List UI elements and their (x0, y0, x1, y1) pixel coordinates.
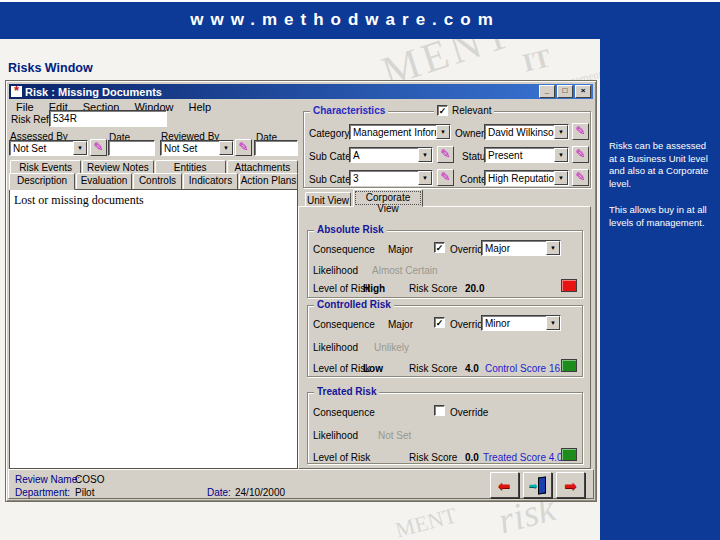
level-of-risk-label: Level of Risk (313, 452, 370, 463)
category-value: Management Information 8 (350, 125, 436, 139)
override-value: Major (482, 241, 546, 255)
treated-score-text: Treated Score 4.0 (483, 452, 563, 463)
title-bar[interactable]: * Risk : Missing Documents _ □ × (9, 84, 593, 99)
assessed-by-value: Not Set (10, 141, 73, 155)
tab-risk-events[interactable]: Risk Events (10, 160, 81, 174)
context-select[interactable]: High Reputational Ri ▼ (484, 170, 569, 186)
context-edit-button[interactable]: ✎ (572, 169, 589, 186)
minimize-button-icon[interactable]: _ (539, 85, 555, 98)
consequence-label: Consequence (313, 244, 375, 255)
relevant-label: Relevant (452, 105, 491, 116)
override-checkbox[interactable] (434, 405, 445, 416)
reviewed-by-select[interactable]: Not Set ▼ (160, 140, 234, 156)
close-button-icon[interactable]: × (575, 85, 591, 98)
maximize-button-icon[interactable]: □ (557, 85, 573, 98)
risk-ref-input[interactable]: 534R (49, 110, 167, 127)
sub-categ-2-edit-button[interactable]: ✎ (437, 169, 454, 186)
exit-button[interactable]: ➡ (523, 472, 552, 498)
override-checkbox[interactable]: ✓ (434, 242, 445, 253)
risk-score-label: Risk Score (409, 283, 457, 294)
owner-select[interactable]: David Wilkinson ▼ (484, 124, 569, 140)
app-icon: * (11, 86, 22, 97)
controlled-risk-title: Controlled Risk (314, 299, 394, 310)
check-icon: ✓ (436, 243, 444, 253)
sub-categ-1-select[interactable]: A ▼ (349, 147, 433, 163)
front-tab-row: Description Evaluation Controls Indicato… (9, 173, 298, 190)
relevant-checkbox[interactable]: ✓ (437, 105, 448, 116)
tab-review-notes[interactable]: Review Notes (82, 160, 153, 174)
treated-risk-group: Treated Risk Consequence Override Likeli… (307, 392, 583, 464)
assessed-by-select[interactable]: Not Set ▼ (9, 140, 88, 156)
previous-record-button[interactable]: ➡ (490, 472, 519, 498)
status-edit-button[interactable]: ✎ (572, 146, 589, 163)
reviewed-date-input[interactable] (254, 140, 298, 156)
description-textarea[interactable]: Lost or missing documents (9, 189, 298, 469)
level-of-risk-label: Level of Risk (313, 283, 370, 294)
reviewed-by-edit-button[interactable]: ✎ (235, 139, 252, 156)
tab-unit-view[interactable]: Unit View (305, 192, 351, 207)
pencil-icon: ✎ (575, 147, 585, 161)
assessed-date-input[interactable] (108, 140, 155, 156)
next-record-button[interactable]: ➡ (556, 472, 585, 498)
pencil-icon: ✎ (440, 147, 450, 161)
tab-controls[interactable]: Controls (133, 173, 182, 190)
override-value: Minor (482, 316, 546, 330)
override-select[interactable]: Minor ▼ (481, 315, 561, 331)
chevron-down-icon[interactable]: ▼ (554, 125, 568, 139)
tab-action-plans[interactable]: Action Plans (239, 173, 298, 190)
absolute-risk-title: Absolute Risk (314, 224, 387, 235)
risk-score-label: Risk Score (409, 452, 457, 463)
sub-categ-1-edit-button[interactable]: ✎ (437, 146, 454, 163)
menu-help[interactable]: Help (189, 101, 212, 113)
category-select[interactable]: Management Information 8 ▼ (349, 124, 451, 140)
override-label: Override (450, 407, 488, 418)
assessed-by-edit-button[interactable]: ✎ (90, 139, 107, 156)
check-icon: ✓ (436, 318, 444, 328)
chevron-down-icon[interactable]: ▼ (436, 125, 450, 139)
check-icon: ✓ (439, 106, 447, 116)
chevron-down-icon[interactable]: ▼ (546, 316, 560, 330)
back-tab-row: Risk Events Review Notes Entities Attach… (10, 160, 298, 174)
menu-file[interactable]: File (16, 101, 34, 113)
tab-indicators[interactable]: Indicators (183, 173, 238, 190)
status-bar: Review Name: COSO Department: Pilot Date… (8, 469, 594, 499)
sub-categ-2-select[interactable]: 3 ▼ (349, 170, 433, 186)
tab-description[interactable]: Description (9, 173, 75, 190)
department-label: Department: (15, 487, 70, 498)
tab-evaluation[interactable]: Evaluation (76, 173, 132, 190)
consequence-label: Consequence (313, 319, 375, 330)
chevron-down-icon[interactable]: ▼ (219, 141, 233, 155)
status-value: Present (485, 148, 554, 162)
likelihood-label: Likelihood (313, 430, 358, 441)
status-select[interactable]: Present ▼ (484, 147, 569, 163)
chevron-down-icon[interactable]: ▼ (546, 241, 560, 255)
side-note-para2: This allows buy in at all levels of mana… (609, 204, 713, 229)
tab-corporate-view[interactable]: Corporate View (353, 189, 423, 207)
arrow-left-icon: ➡ (498, 478, 511, 493)
likelihood-value: Almost Certain (372, 265, 438, 276)
chevron-down-icon[interactable]: ▼ (73, 141, 87, 155)
override-select[interactable]: Major ▼ (481, 240, 561, 256)
tab-attachments[interactable]: Attachments (227, 160, 298, 174)
site-url: www.methodware.com (0, 2, 690, 37)
department-value: Pilot (75, 487, 94, 498)
risk-score-label: Risk Score (409, 363, 457, 374)
likelihood-label: Likelihood (313, 342, 358, 353)
watermark-text: IT (520, 43, 554, 79)
pencil-icon: ✎ (440, 170, 450, 184)
pencil-icon: ✎ (575, 170, 585, 184)
chevron-down-icon[interactable]: ▼ (418, 148, 432, 162)
context-value: High Reputational Ri (485, 171, 554, 185)
exit-door-icon: ➡ (529, 480, 537, 491)
chevron-down-icon[interactable]: ▼ (554, 171, 568, 185)
risk-score-value: 4.0 (465, 363, 479, 374)
override-checkbox[interactable]: ✓ (434, 317, 445, 328)
tab-entities[interactable]: Entities (155, 160, 226, 174)
chevron-down-icon[interactable]: ▼ (418, 171, 432, 185)
level-of-risk-label: Level of Risk (313, 363, 370, 374)
risk-sections-panel: Absolute Risk Consequence Major ✓ Overri… (298, 206, 591, 469)
owner-edit-button[interactable]: ✎ (572, 123, 589, 140)
characteristics-title: Characteristics (310, 105, 388, 116)
chevron-down-icon[interactable]: ▼ (554, 148, 568, 162)
risk-level-indicator (561, 279, 577, 292)
